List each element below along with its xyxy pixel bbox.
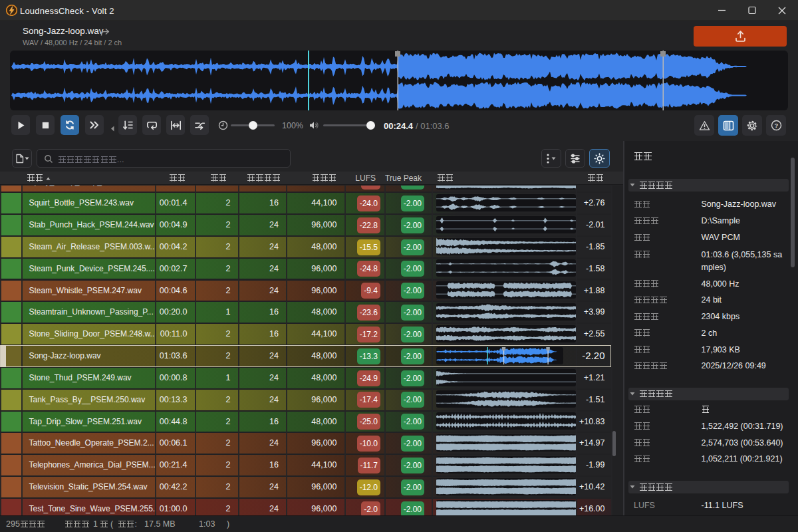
svg-text:?: ?	[774, 122, 778, 129]
